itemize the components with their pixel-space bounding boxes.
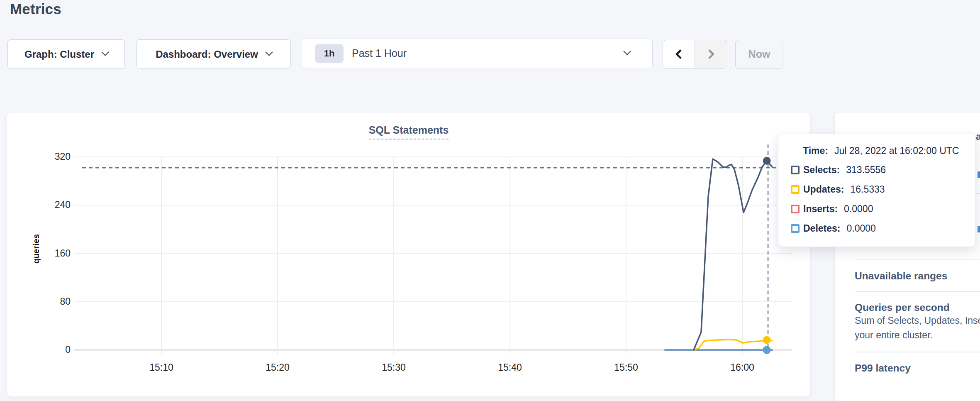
dashboard-dropdown[interactable]: Dashboard: Overview [137, 39, 291, 69]
sidebar-section: P99 latency [855, 352, 980, 383]
series-swatch-icon [791, 185, 800, 194]
graph-dropdown[interactable]: Graph: Cluster [7, 39, 125, 69]
chart-hover-tooltip: Time: Jul 28, 2022 at 16:02:00 UTC Selec… [778, 134, 976, 247]
tooltip-row-deletes: Deletes:0.0000 [791, 219, 975, 238]
tooltip-series-value: 313.5556 [846, 164, 886, 176]
tooltip-time-row: Time: Jul 28, 2022 at 16:02:00 UTC [803, 145, 975, 156]
sidebar-link-fragment [978, 226, 980, 232]
y-axis-label: queries [32, 216, 41, 282]
tooltip-series-value: 0.0000 [844, 203, 873, 215]
tooltip-row-selects: Selects:313.5556 [791, 160, 975, 180]
hover-dot-deletes [763, 346, 771, 354]
series-swatch-icon [791, 224, 800, 233]
series-swatch-icon [791, 166, 800, 174]
graph-dropdown-label: Graph: Cluster [24, 49, 94, 60]
sidebar-section: Queries per secondSum of Selects, Update… [855, 291, 980, 352]
dashboard-dropdown-label: Dashboard: Overview [156, 49, 258, 60]
sidebar-sections: Unavailable rangesQueries per secondSum … [855, 259, 980, 383]
tooltip-series-label: Deletes: [803, 223, 840, 234]
time-range-selector[interactable]: 1h Past 1 Hour [302, 39, 653, 68]
hover-dot-updates [763, 336, 771, 344]
x-tick-label: 15:40 [481, 362, 539, 373]
now-button-disabled[interactable]: Now [735, 40, 783, 68]
x-tick-label: 15:20 [249, 362, 307, 373]
metrics-page: Metrics Graph: Cluster Dashboard: Overvi… [0, 0, 980, 401]
time-range-badge: 1h [315, 44, 344, 63]
line-chart-plot[interactable] [7, 112, 810, 396]
sidebar-occluded-text-fragment: a [976, 131, 980, 142]
y-tick-label: 240 [17, 199, 71, 210]
x-tick-label: 15:10 [132, 362, 190, 373]
tooltip-series-label: Inserts: [803, 203, 838, 215]
sidebar-section: Unavailable ranges [855, 259, 980, 291]
y-tick-label: 160 [17, 248, 71, 259]
tooltip-series-value: 0.0000 [846, 223, 875, 234]
series-selects [694, 159, 772, 350]
time-pager [663, 40, 727, 68]
chevron-left-icon [675, 49, 685, 59]
chevron-down-icon [101, 48, 109, 56]
tooltip-series-value: 16.5333 [850, 184, 885, 195]
sidebar-section-description-line: your entire cluster. [855, 328, 980, 342]
x-tick-label: 15:30 [365, 362, 423, 373]
sidebar-link-fragment [978, 171, 980, 178]
sidebar-section-title: P99 latency [855, 362, 980, 374]
time-range-label: Past 1 Hour [352, 47, 407, 59]
page-title: Metrics [10, 1, 61, 17]
sidebar-section-description-line: Sum of Selects, Updates, Inser [855, 313, 980, 328]
sql-statements-chart-card: SQL Statements 080160240320 15:1015:2015… [7, 112, 810, 396]
chevron-down-icon [623, 47, 631, 55]
chevron-right-icon [705, 49, 714, 59]
y-tick-label: 0 [17, 344, 71, 355]
tooltip-time-value: Jul 28, 2022 at 16:02:00 UTC [834, 145, 959, 156]
y-tick-label: 80 [17, 296, 71, 307]
y-tick-label: 320 [17, 151, 71, 162]
next-time-button-disabled[interactable] [695, 40, 727, 68]
tooltip-row-inserts: Inserts:0.0000 [791, 199, 975, 219]
hover-dot-selects [763, 157, 771, 165]
tooltip-series-label: Updates: [803, 184, 844, 195]
chevron-down-icon [265, 48, 273, 56]
x-tick-label: 16:00 [713, 362, 771, 373]
sidebar-section-title: Queries per second [855, 302, 980, 313]
x-tick-label: 15:50 [597, 362, 655, 373]
tooltip-series-label: Selects: [803, 164, 840, 176]
tooltip-time-label: Time: [803, 145, 828, 156]
tooltip-series-rows: Selects:313.5556Updates:16.5333Inserts:0… [791, 160, 975, 238]
sidebar-section-title: Unavailable ranges [855, 270, 980, 282]
tooltip-row-updates: Updates:16.5333 [791, 180, 975, 199]
series-swatch-icon [791, 205, 800, 213]
series-updates [694, 340, 772, 350]
prev-time-button[interactable] [663, 40, 695, 68]
